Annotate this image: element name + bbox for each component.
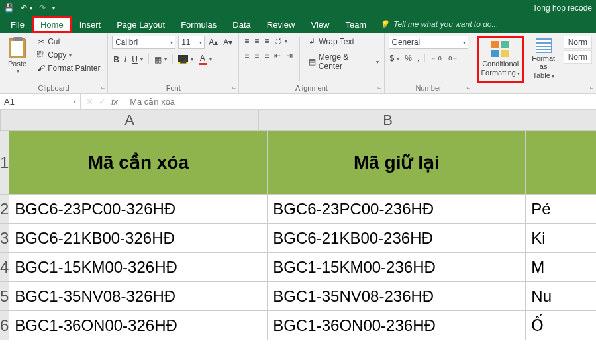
- ribbon-tabs: File Home Insert Page Layout Formulas Da…: [0, 16, 596, 33]
- cell[interactable]: BGC6-23PC00-236HĐ: [268, 195, 526, 223]
- row-header[interactable]: 5: [0, 282, 9, 310]
- borders-button[interactable]: ▦: [153, 54, 168, 65]
- decrease-decimal-button[interactable]: .0→: [446, 54, 460, 62]
- row-header[interactable]: 2: [0, 195, 9, 223]
- save-icon[interactable]: 💾: [4, 3, 14, 13]
- tab-insert[interactable]: Insert: [72, 16, 109, 33]
- align-left-button[interactable]: ≡: [243, 50, 250, 61]
- cell[interactable]: BGC1-15KM00-326HĐ: [9, 253, 268, 281]
- decrease-indent-button[interactable]: ⇤: [273, 50, 282, 61]
- cell[interactable]: BGC1-36ON00-236HĐ: [268, 311, 526, 340]
- cell[interactable]: Mã giữ lại: [268, 131, 526, 194]
- tab-data[interactable]: Data: [224, 16, 258, 33]
- table-row: 5 BGC1-35NV08-326HĐ BGC1-35NV08-236HĐ Nu: [0, 282, 596, 311]
- title-bar: 💾 ↶ ▾ ↷ ▾ Tong hop recode: [0, 0, 596, 16]
- fill-color-button[interactable]: ◪: [177, 54, 195, 65]
- row-header[interactable]: 1: [0, 131, 9, 194]
- wrap-label: Wrap Text: [319, 37, 354, 46]
- align-right-button[interactable]: ≡: [263, 50, 270, 61]
- increase-font-button[interactable]: A▴: [207, 37, 219, 48]
- cell[interactable]: BGC1-15KM00-236HĐ: [268, 253, 526, 281]
- cell[interactable]: BGC1-36ON00-326HĐ: [9, 311, 268, 340]
- formula-input[interactable]: Mã cần xóa: [126, 97, 596, 107]
- merge-center-button[interactable]: ▤Merge & Center: [305, 52, 379, 71]
- name-box[interactable]: A1: [0, 94, 81, 109]
- tab-formulas[interactable]: Formulas: [173, 16, 224, 33]
- format-as-table-button[interactable]: Format as Table: [525, 36, 562, 83]
- copy-icon: ⿻: [36, 50, 46, 60]
- underline-button[interactable]: U: [130, 54, 144, 65]
- row-header[interactable]: 6: [0, 311, 9, 340]
- cut-button[interactable]: ✂Cut: [34, 36, 101, 48]
- column-headers: A B: [0, 110, 596, 131]
- qat-customize-icon[interactable]: ▾: [52, 5, 55, 11]
- cell[interactable]: BGC1-35NV08-326HĐ: [9, 282, 268, 310]
- increase-indent-button[interactable]: ⇥: [285, 50, 294, 61]
- font-color-button[interactable]: A: [197, 53, 213, 66]
- row-header[interactable]: 3: [0, 224, 9, 252]
- cell[interactable]: BGC1-35NV08-236HĐ: [268, 282, 526, 310]
- table-row: 4 BGC1-15KM00-326HĐ BGC1-15KM00-236HĐ M: [0, 253, 596, 282]
- cell[interactable]: Ki: [526, 224, 596, 252]
- fat-label-2: Table: [533, 71, 554, 80]
- group-styles: Conditional Formatting Format as Table N…: [473, 33, 596, 93]
- cf-label-1: Conditional: [482, 60, 519, 68]
- percent-button[interactable]: %: [403, 53, 413, 64]
- orientation-button[interactable]: ⭯: [273, 36, 289, 46]
- fx-icon[interactable]: fx: [111, 97, 121, 107]
- bold-button[interactable]: B: [112, 54, 121, 65]
- tell-me-search[interactable]: 💡 Tell me what you want to do...: [379, 16, 498, 33]
- style-normal-2[interactable]: Norm: [564, 50, 592, 64]
- cell[interactable]: Ố: [526, 311, 596, 340]
- col-header-c[interactable]: [517, 110, 596, 130]
- format-painter-button[interactable]: 🖌Format Painter: [34, 62, 101, 74]
- col-header-b[interactable]: B: [259, 110, 517, 130]
- currency-button[interactable]: $: [389, 53, 401, 64]
- tab-page-layout[interactable]: Page Layout: [109, 16, 173, 33]
- cell[interactable]: Pé: [526, 195, 596, 223]
- cell[interactable]: M: [526, 253, 596, 281]
- align-middle-button[interactable]: ≡: [253, 36, 260, 46]
- decrease-font-button[interactable]: A▾: [222, 37, 234, 48]
- cut-label: Cut: [48, 37, 60, 46]
- cell[interactable]: BGC6-21KB00-326HĐ: [9, 224, 268, 252]
- cell[interactable]: Nu: [526, 282, 596, 310]
- tab-team[interactable]: Team: [337, 16, 374, 33]
- number-format-select[interactable]: General: [389, 36, 468, 49]
- tab-review[interactable]: Review: [259, 16, 303, 33]
- undo-icon[interactable]: ↶: [21, 3, 27, 13]
- align-center-button[interactable]: ≡: [253, 50, 260, 61]
- group-font: Calibri 11 A▴ A▾ B I U ▦ ◪ A Font: [108, 33, 239, 93]
- align-top-button[interactable]: ≡: [243, 36, 250, 46]
- comma-button[interactable]: ,: [416, 53, 421, 64]
- col-header-a[interactable]: A: [1, 110, 259, 130]
- table-row: 6 BGC1-36ON00-326HĐ BGC1-36ON00-236HĐ Ố: [0, 311, 596, 340]
- undo-drop-icon[interactable]: ▾: [30, 5, 32, 11]
- wrap-text-button[interactable]: ↲Wrap Text: [305, 36, 379, 48]
- tab-file[interactable]: File: [3, 16, 32, 33]
- formula-bar: A1 ✕ ✓ fx Mã cần xóa: [0, 94, 596, 110]
- style-normal[interactable]: Norm: [564, 36, 592, 49]
- cancel-icon[interactable]: ✕: [86, 97, 93, 107]
- group-number: General $ % , ←.0 .0→ Number: [385, 33, 473, 93]
- paste-button[interactable]: Paste: [4, 36, 30, 77]
- increase-decimal-button[interactable]: ←.0: [429, 54, 443, 62]
- redo-icon[interactable]: ↷: [39, 3, 46, 13]
- tab-view[interactable]: View: [303, 16, 337, 33]
- cell[interactable]: BGC6-21KB00-236HĐ: [268, 224, 526, 252]
- cell[interactable]: BGC6-23PC00-326HĐ: [9, 195, 268, 223]
- number-group-label: Number: [389, 83, 469, 92]
- italic-button[interactable]: I: [123, 54, 128, 65]
- spreadsheet-grid[interactable]: A B 1 Mã cần xóa Mã giữ lại 2 BGC6-23PC0…: [0, 110, 596, 364]
- font-size-select[interactable]: 11: [178, 36, 205, 49]
- font-name-select[interactable]: Calibri: [112, 36, 175, 49]
- enter-icon[interactable]: ✓: [99, 97, 106, 107]
- lightbulb-icon: 💡: [379, 20, 389, 29]
- conditional-formatting-button[interactable]: Conditional Formatting: [477, 36, 524, 83]
- cell[interactable]: Mã cần xóa: [9, 131, 268, 194]
- tab-home[interactable]: Home: [32, 16, 72, 33]
- copy-button[interactable]: ⿻Copy: [34, 49, 101, 61]
- align-bottom-button[interactable]: ≡: [263, 36, 270, 46]
- cell[interactable]: [526, 131, 596, 194]
- row-header[interactable]: 4: [0, 253, 9, 281]
